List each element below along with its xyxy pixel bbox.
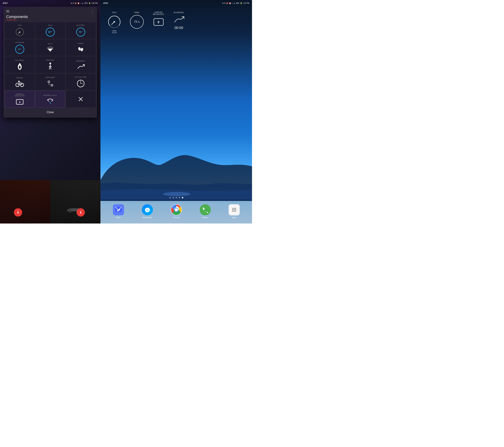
svg-point-28	[69, 210, 72, 213]
svg-point-42	[234, 208, 235, 209]
close-button[interactable]: Close	[3, 109, 97, 116]
phone-app-icon[interactable]	[200, 204, 211, 215]
phone-label: Phone	[202, 216, 208, 219]
hamburger-icon[interactable]	[6, 10, 9, 12]
wifi-icon	[46, 46, 54, 52]
ram-cell[interactable]: RAM 97%	[35, 22, 65, 39]
cpu-icon	[15, 28, 24, 37]
wifi-cell[interactable]: WI-FI	[35, 39, 65, 56]
svg-point-4	[78, 47, 81, 51]
inbox-app-icon[interactable]	[113, 204, 124, 215]
download-button-left[interactable]	[14, 208, 22, 217]
messages-widget: UNREADMESSAGES 0	[152, 11, 164, 29]
running-widget-icon	[173, 15, 184, 24]
biking-icon	[16, 80, 24, 87]
more-options-icon[interactable]: ⋮	[91, 9, 94, 13]
close-x-cell[interactable]	[66, 91, 96, 107]
svg-point-47	[232, 211, 233, 212]
photo-right	[50, 180, 100, 224]
ram-widget-circle: 73 %	[130, 15, 144, 29]
ram-label: RAM	[48, 24, 52, 26]
battery-icon: 71%	[76, 28, 85, 37]
walking-icon	[47, 62, 53, 70]
missed-calls-icon: 3	[46, 97, 54, 104]
close-x-icon	[78, 96, 84, 102]
status-icons-right: ⊕ N 🔇 ⏰ ≈ ▲ 28% 🔋 1:10 PM	[222, 2, 249, 4]
walking-cell[interactable]: WALKING	[35, 56, 65, 73]
messages-label: UNREADMESSAGES	[15, 93, 25, 97]
dock-inbox[interactable]: Inbox	[113, 204, 124, 219]
left-panel: AT&T ⊕ N 🔇 ⏰ ≈ ▲ 28% 🔋 1:08 PM ⋮ Compone…	[0, 0, 100, 224]
chrome-label: Chrome	[173, 216, 180, 219]
svg-point-48	[234, 211, 235, 212]
svg-text:3: 3	[50, 102, 51, 104]
running-label: RUNNING	[76, 60, 85, 62]
battery-label: BATTERY	[76, 24, 85, 26]
active-time-cell[interactable]: ACTIVE TIME	[66, 74, 96, 90]
photo-left	[0, 180, 50, 224]
ram-widget: RAM 73 %	[130, 11, 144, 29]
svg-point-18	[52, 85, 52, 86]
running-icon	[77, 63, 85, 70]
distance-cell[interactable]: DISTANCE	[35, 74, 65, 90]
messenger-app-icon[interactable]	[142, 204, 153, 215]
cpu-cell[interactable]: CPU	[5, 22, 35, 39]
storage-cell[interactable]: STORAGE 47%	[5, 39, 35, 56]
page-dot-3[interactable]	[176, 197, 177, 198]
svg-line-10	[49, 67, 50, 69]
steps-cell[interactable]: STEPS	[66, 39, 96, 56]
distance-label: DISTANCE	[46, 76, 55, 78]
carrier-right: AT&T	[103, 2, 108, 4]
widget-area: CPU Used25.9% RAM 73 % UNREADMESSAGES 0	[100, 6, 252, 34]
missed-calls-cell[interactable]: MISSED CALLS 3	[35, 91, 65, 107]
page-dot-5[interactable]	[182, 197, 183, 198]
calories-cell[interactable]: CALORIES	[5, 56, 35, 73]
svg-point-40	[175, 208, 178, 211]
landscape-area	[100, 111, 252, 201]
svg-point-5	[80, 47, 84, 52]
cpu-sublabel: Used25.9%	[112, 30, 117, 34]
page-dot-4[interactable]	[179, 197, 180, 198]
cpu-widget-gauge-svg	[107, 15, 121, 29]
running-widget-label: RUNNING	[174, 11, 184, 14]
carrier-left: AT&T	[3, 2, 8, 4]
messages-cell[interactable]: UNREADMESSAGES 4	[5, 91, 35, 107]
calories-icon	[17, 63, 23, 70]
cpu-label: CPU	[18, 24, 22, 26]
running-widget: RUNNING 00:00	[173, 11, 184, 30]
messages-icon: 4	[16, 98, 24, 105]
app-dock: Inbox Messenger	[100, 199, 252, 224]
dock-messenger[interactable]: Messenger	[142, 204, 153, 219]
inbox-label: Inbox	[116, 216, 121, 219]
svg-point-43	[235, 208, 236, 209]
wifi-label: WI-FI	[48, 43, 53, 45]
battery-cell[interactable]: BATTERY 71%	[66, 22, 96, 39]
ram-icon: 97%	[46, 28, 55, 37]
download-button-right[interactable]	[76, 208, 85, 217]
dock-phone[interactable]: Phone	[200, 204, 211, 219]
svg-point-2	[19, 32, 20, 33]
page-dot-1[interactable]	[169, 197, 171, 198]
status-bar-left: AT&T ⊕ N 🔇 ⏰ ≈ ▲ 28% 🔋 1:08 PM	[0, 0, 100, 6]
svg-marker-3	[47, 49, 53, 52]
apps-app-icon[interactable]	[229, 204, 240, 215]
biking-cell[interactable]: BIKING	[5, 74, 35, 90]
title-underline	[6, 20, 17, 20]
dock-apps[interactable]: Apps	[229, 204, 240, 219]
svg-point-6	[49, 63, 51, 64]
chrome-app-icon[interactable]	[171, 204, 182, 215]
components-grid: CPU RAM 97%	[3, 21, 97, 109]
running-cell[interactable]: RUNNING	[66, 56, 96, 73]
storage-icon: 47%	[15, 45, 24, 54]
walking-label: WALKING	[46, 59, 54, 61]
svg-point-49	[235, 211, 236, 212]
svg-point-41	[232, 208, 233, 209]
active-time-label: ACTIVE TIME	[75, 76, 87, 78]
status-bar-right: AT&T ⊕ N 🔇 ⏰ ≈ ▲ 28% 🔋 1:10 PM	[100, 0, 252, 6]
page-dot-2[interactable]	[173, 197, 174, 198]
biking-label: BIKING	[17, 77, 23, 79]
dock-chrome[interactable]: Chrome	[171, 204, 182, 219]
steps-label: STEPS	[78, 43, 84, 44]
messenger-label: Messenger	[143, 216, 152, 219]
status-icons-left: ⊕ N 🔇 ⏰ ≈ ▲ 28% 🔋 1:08 PM	[71, 2, 98, 4]
